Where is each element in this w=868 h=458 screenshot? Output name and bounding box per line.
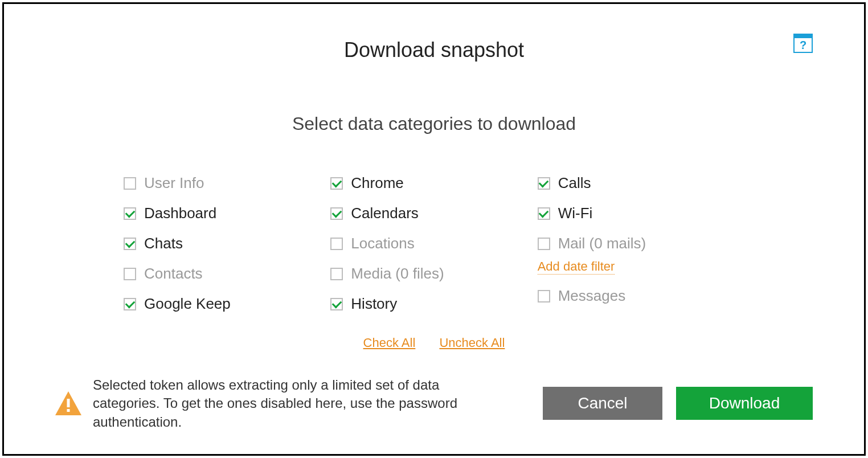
dialog-footer: Selected token allows extracting only a … bbox=[55, 376, 813, 431]
check-all-link[interactable]: Check All bbox=[363, 336, 416, 350]
download-snapshot-dialog: Download snapshot ? Select data categori… bbox=[2, 2, 866, 456]
category-label: Google Keep bbox=[144, 295, 231, 313]
category-label: Wi-Fi bbox=[558, 205, 593, 222]
category-item[interactable]: Calendars bbox=[330, 205, 537, 222]
category-item[interactable]: History bbox=[330, 295, 537, 313]
category-item: Mail (0 mails) bbox=[538, 235, 744, 252]
checkbox bbox=[330, 268, 343, 280]
warning-icon bbox=[55, 391, 81, 415]
category-label: Messages bbox=[558, 287, 626, 305]
category-item[interactable]: Google Keep bbox=[124, 295, 330, 313]
category-column: CallsWi-FiMail (0 mails)Add date filterM… bbox=[538, 174, 744, 313]
category-label: Chrome bbox=[351, 174, 403, 192]
category-item: Messages bbox=[538, 287, 744, 305]
category-column: ChromeCalendarsLocationsMedia (0 files)H… bbox=[330, 174, 537, 313]
help-icon: ? bbox=[793, 34, 813, 53]
checkbox[interactable] bbox=[538, 177, 550, 190]
category-label: Media (0 files) bbox=[351, 265, 444, 283]
checkbox bbox=[538, 290, 550, 302]
category-item: Contacts bbox=[124, 265, 330, 283]
svg-rect-4 bbox=[67, 399, 70, 407]
checkbox bbox=[330, 238, 343, 250]
category-label: History bbox=[351, 295, 397, 313]
checkbox[interactable] bbox=[538, 207, 550, 220]
checkbox bbox=[124, 268, 136, 280]
category-item[interactable]: Wi-Fi bbox=[538, 205, 744, 222]
checkbox[interactable] bbox=[330, 207, 343, 220]
category-item[interactable]: Chrome bbox=[330, 174, 537, 192]
checkbox[interactable] bbox=[124, 207, 136, 220]
category-column: User InfoDashboardChatsContactsGoogle Ke… bbox=[124, 174, 330, 313]
help-button[interactable]: ? bbox=[793, 34, 813, 53]
category-label: Dashboard bbox=[144, 205, 216, 222]
download-button[interactable]: Download bbox=[676, 387, 813, 420]
category-item: User Info bbox=[124, 174, 330, 192]
category-label: Contacts bbox=[144, 265, 203, 283]
svg-text:?: ? bbox=[800, 39, 806, 51]
category-item[interactable]: Dashboard bbox=[124, 205, 330, 222]
svg-rect-1 bbox=[794, 34, 812, 38]
checkbox[interactable] bbox=[124, 238, 136, 250]
cancel-button[interactable]: Cancel bbox=[543, 387, 662, 420]
category-label: Locations bbox=[351, 235, 414, 252]
checkbox[interactable] bbox=[124, 298, 136, 310]
checkbox[interactable] bbox=[330, 177, 343, 190]
dialog-title: Download snapshot bbox=[55, 38, 813, 62]
categories-grid: User InfoDashboardChatsContactsGoogle Ke… bbox=[55, 174, 813, 313]
checkbox bbox=[124, 177, 136, 190]
category-label: Chats bbox=[144, 235, 183, 252]
category-label: Calls bbox=[558, 174, 591, 192]
warning-text: Selected token allows extracting only a … bbox=[93, 376, 503, 431]
dialog-subtitle: Select data categories to download bbox=[55, 113, 813, 134]
bulk-links: Check All Uncheck All bbox=[55, 336, 813, 350]
category-item: Media (0 files) bbox=[330, 265, 537, 283]
category-label: Mail (0 mails) bbox=[558, 235, 646, 252]
category-label: Calendars bbox=[351, 205, 419, 222]
svg-rect-5 bbox=[67, 409, 70, 412]
uncheck-all-link[interactable]: Uncheck All bbox=[439, 336, 505, 350]
dialog-header: Download snapshot ? bbox=[55, 38, 813, 62]
category-item: Locations bbox=[330, 235, 537, 252]
category-item[interactable]: Calls bbox=[538, 174, 744, 192]
category-label: User Info bbox=[144, 174, 204, 192]
checkbox[interactable] bbox=[330, 298, 343, 310]
category-item[interactable]: Chats bbox=[124, 235, 330, 252]
checkbox bbox=[538, 238, 550, 250]
button-row: Cancel Download bbox=[543, 387, 813, 420]
add-date-filter-link[interactable]: Add date filter bbox=[538, 259, 615, 275]
